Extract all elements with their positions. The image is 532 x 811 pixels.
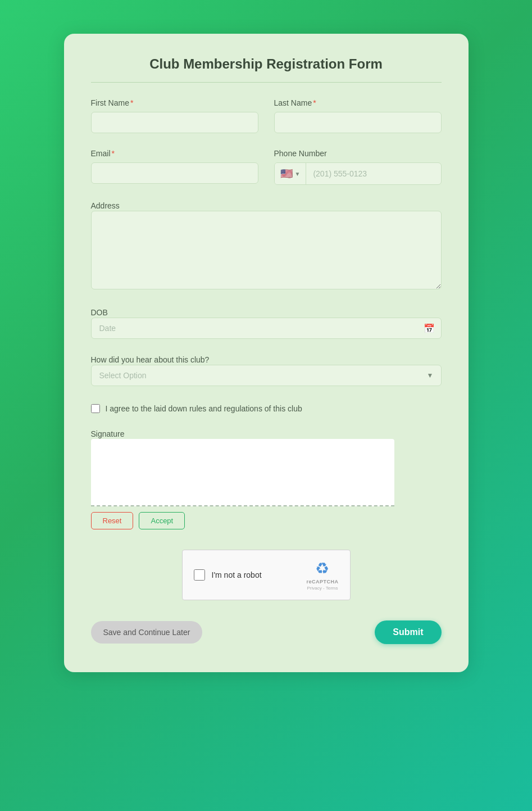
dob-input[interactable] bbox=[91, 318, 442, 339]
last-name-label: Last Name* bbox=[274, 98, 442, 107]
heard-about-label: How did you hear about this club? bbox=[91, 355, 210, 364]
accept-button[interactable]: Accept bbox=[139, 512, 185, 529]
last-name-input[interactable] bbox=[274, 112, 442, 133]
agreement-checkbox[interactable] bbox=[91, 404, 100, 413]
phone-wrapper: 🇺🇸 ▼ bbox=[274, 162, 442, 185]
first-name-label: First Name* bbox=[91, 98, 258, 107]
captcha-subtext: Privacy - Terms bbox=[307, 586, 338, 591]
signature-label: Signature bbox=[91, 429, 125, 438]
first-name-input[interactable] bbox=[91, 112, 258, 133]
email-required: * bbox=[112, 149, 115, 158]
address-textarea[interactable] bbox=[91, 211, 442, 289]
captcha-wrapper: I'm not a robot ♻ reCAPTCHA Privacy - Te… bbox=[91, 550, 442, 600]
save-later-button[interactable]: Save and Continue Later bbox=[91, 621, 203, 644]
form-title: Club Membership Registration Form bbox=[91, 56, 442, 83]
email-label: Email* bbox=[91, 149, 258, 158]
last-name-group: Last Name* bbox=[274, 98, 442, 133]
first-name-required: * bbox=[130, 98, 133, 107]
heard-about-select[interactable]: Select Option Social Media Friend Websit… bbox=[91, 365, 442, 386]
first-name-group: First Name* bbox=[91, 98, 258, 133]
signature-buttons: Reset Accept bbox=[91, 512, 442, 529]
reset-button[interactable]: Reset bbox=[91, 512, 134, 529]
agreement-label: I agree to the laid down rules and regul… bbox=[106, 404, 302, 413]
agreement-row: I agree to the laid down rules and regul… bbox=[91, 404, 442, 413]
flag-chevron-icon: ▼ bbox=[295, 171, 301, 177]
captcha-left: I'm not a robot bbox=[194, 569, 262, 581]
address-label: Address bbox=[91, 201, 120, 210]
email-group: Email* bbox=[91, 149, 258, 185]
captcha-box: I'm not a robot ♻ reCAPTCHA Privacy - Te… bbox=[182, 550, 351, 600]
phone-country-selector[interactable]: 🇺🇸 ▼ bbox=[275, 163, 307, 184]
dob-label: DOB bbox=[91, 308, 108, 317]
last-name-required: * bbox=[313, 98, 316, 107]
phone-input[interactable] bbox=[306, 164, 440, 184]
name-row: First Name* Last Name* bbox=[91, 98, 442, 133]
form-footer: Save and Continue Later Submit bbox=[91, 620, 442, 644]
phone-group: Phone Number 🇺🇸 ▼ bbox=[274, 149, 442, 185]
recaptcha-icon: ♻ bbox=[315, 559, 329, 578]
email-input[interactable] bbox=[91, 162, 258, 184]
registration-form-card: Club Membership Registration Form First … bbox=[64, 34, 469, 672]
captcha-brand: reCAPTCHA bbox=[306, 579, 338, 585]
phone-label: Phone Number bbox=[274, 149, 442, 158]
captcha-logo: ♻ reCAPTCHA Privacy - Terms bbox=[306, 559, 338, 591]
dob-section: DOB 📅 bbox=[91, 307, 442, 339]
captcha-checkbox[interactable] bbox=[194, 569, 205, 581]
address-section: Address bbox=[91, 201, 442, 292]
submit-button[interactable]: Submit bbox=[375, 620, 441, 644]
heard-about-select-wrapper: Select Option Social Media Friend Websit… bbox=[91, 365, 442, 386]
dob-wrapper: 📅 bbox=[91, 318, 442, 339]
flag-icon: 🇺🇸 bbox=[280, 167, 293, 180]
email-phone-row: Email* Phone Number 🇺🇸 ▼ bbox=[91, 149, 442, 185]
heard-about-section: How did you hear about this club? Select… bbox=[91, 355, 442, 386]
signature-canvas[interactable] bbox=[91, 439, 394, 506]
captcha-label: I'm not a robot bbox=[212, 570, 262, 579]
signature-section: Signature Reset Accept bbox=[91, 429, 442, 529]
